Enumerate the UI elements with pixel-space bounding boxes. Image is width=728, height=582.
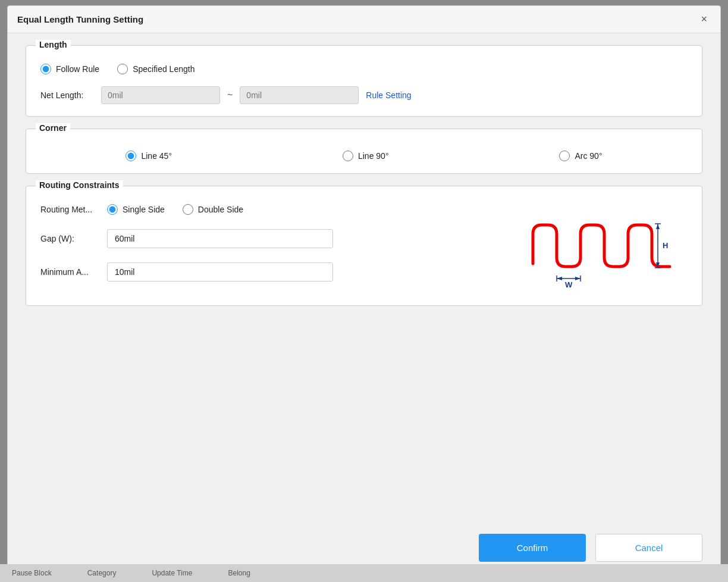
double-side-label: Double Side bbox=[198, 205, 243, 214]
single-side-label: Single Side bbox=[123, 205, 165, 214]
dialog-body: Length Follow Rule Specified Length Net … bbox=[8, 33, 720, 524]
follow-rule-label: Follow Rule bbox=[56, 64, 99, 74]
line90-option[interactable]: Line 90° bbox=[343, 151, 389, 161]
line45-radio[interactable] bbox=[125, 151, 136, 161]
routing-method-radio-group: Single Side Double Side bbox=[107, 204, 243, 215]
follow-rule-radio[interactable] bbox=[40, 64, 51, 74]
net-length-max-input[interactable] bbox=[240, 86, 359, 104]
length-radio-group: Follow Rule Specified Length bbox=[40, 64, 688, 74]
arc90-label: Arc 90° bbox=[575, 151, 602, 161]
svg-text:W: W bbox=[565, 280, 573, 289]
net-length-row: Net Length: ~ Rule Setting bbox=[40, 86, 688, 104]
length-section-label: Length bbox=[36, 40, 71, 49]
single-side-radio[interactable] bbox=[107, 204, 118, 215]
min-amplitude-row: Minimum A... bbox=[40, 262, 503, 281]
single-side-option[interactable]: Single Side bbox=[107, 204, 165, 215]
routing-section: Routing Constraints Routing Met... Singl… bbox=[26, 186, 702, 306]
min-amplitude-input[interactable] bbox=[107, 262, 333, 281]
min-amplitude-label: Minimum A... bbox=[40, 267, 100, 277]
update-time-label: Update Time bbox=[152, 569, 192, 577]
follow-rule-option[interactable]: Follow Rule bbox=[40, 64, 99, 74]
svg-text:H: H bbox=[663, 241, 668, 250]
routing-content: Routing Met... Single Side Double Side bbox=[40, 198, 688, 293]
equal-length-dialog: Equal Length Tunning Setting × Length Fo… bbox=[7, 5, 721, 577]
rule-setting-link[interactable]: Rule Setting bbox=[366, 90, 411, 100]
close-button[interactable]: × bbox=[697, 12, 711, 27]
specified-length-option[interactable]: Specified Length bbox=[117, 64, 194, 74]
arc90-option[interactable]: Arc 90° bbox=[559, 151, 602, 161]
gap-input[interactable] bbox=[107, 229, 333, 248]
corner-section: Corner Line 45° Line 90° Arc 90° bbox=[26, 129, 702, 174]
bottom-bar: Pause Block Category Update Time Belong bbox=[0, 564, 728, 582]
gap-label: Gap (W): bbox=[40, 234, 100, 243]
svg-marker-3 bbox=[656, 224, 660, 229]
belong-label: Belong bbox=[228, 569, 250, 577]
net-length-min-input[interactable] bbox=[101, 86, 220, 104]
specified-length-label: Specified Length bbox=[133, 64, 194, 74]
arc90-radio[interactable] bbox=[559, 151, 570, 161]
line45-label: Line 45° bbox=[141, 151, 172, 161]
routing-method-row: Routing Met... Single Side Double Side bbox=[40, 204, 503, 215]
category-label: Category bbox=[87, 569, 117, 577]
corner-section-label: Corner bbox=[36, 123, 70, 133]
specified-length-radio[interactable] bbox=[117, 64, 128, 74]
dialog-title: Equal Length Tunning Setting bbox=[17, 14, 143, 24]
line90-radio[interactable] bbox=[343, 151, 353, 161]
cancel-button[interactable]: Cancel bbox=[595, 534, 702, 562]
line45-option[interactable]: Line 45° bbox=[125, 151, 172, 161]
double-side-option[interactable]: Double Side bbox=[183, 204, 243, 215]
net-length-label: Net Length: bbox=[40, 90, 94, 100]
gap-row: Gap (W): bbox=[40, 229, 503, 248]
line90-label: Line 90° bbox=[358, 151, 389, 161]
corner-radio-group: Line 45° Line 90° Arc 90° bbox=[40, 151, 688, 161]
routing-method-label: Routing Met... bbox=[40, 205, 100, 214]
double-side-radio[interactable] bbox=[183, 204, 193, 215]
waveform-diagram: H W bbox=[527, 198, 682, 293]
svg-marker-10 bbox=[575, 277, 580, 280]
tilde-separator: ~ bbox=[227, 90, 233, 101]
routing-left: Routing Met... Single Side Double Side bbox=[40, 198, 503, 293]
confirm-button[interactable]: Confirm bbox=[479, 534, 586, 562]
svg-marker-9 bbox=[557, 277, 562, 280]
routing-section-label: Routing Constraints bbox=[36, 180, 123, 190]
length-section: Length Follow Rule Specified Length Net … bbox=[26, 45, 702, 117]
pause-block-label: Pause Block bbox=[12, 569, 52, 577]
routing-right: H W bbox=[521, 198, 688, 293]
dialog-titlebar: Equal Length Tunning Setting × bbox=[8, 6, 720, 33]
